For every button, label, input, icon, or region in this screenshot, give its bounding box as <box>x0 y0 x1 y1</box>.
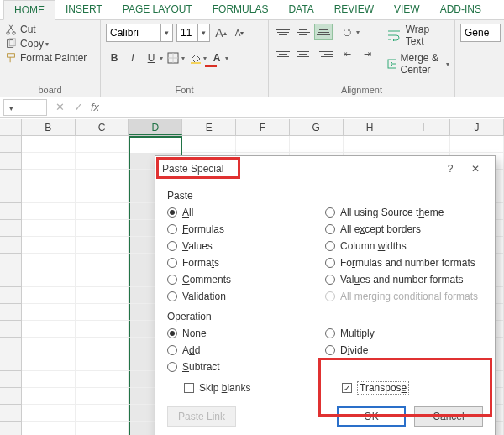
row-header[interactable] <box>0 270 22 287</box>
cell[interactable] <box>344 136 397 153</box>
operation-option-0[interactable]: None <box>167 328 325 339</box>
cell[interactable] <box>22 270 76 287</box>
chevron-down-icon[interactable]: ▾ <box>225 55 228 62</box>
font-name-input[interactable] <box>107 27 160 39</box>
wrap-text-button[interactable]: Wrap Text <box>387 24 449 47</box>
formula-input[interactable] <box>99 101 504 113</box>
paste-option-1[interactable]: All except borders <box>325 223 483 235</box>
number-format-select[interactable] <box>460 24 501 42</box>
bold-button[interactable]: B <box>106 50 123 66</box>
paste-option-2[interactable]: Column widths <box>325 240 483 252</box>
ribbon-tab-formulas[interactable]: FORMULAS <box>202 0 279 19</box>
chevron-down-icon[interactable]: ▾ <box>203 55 207 62</box>
cell[interactable] <box>76 388 129 405</box>
column-header-D[interactable]: D <box>129 119 182 135</box>
ok-button[interactable]: OK <box>337 406 406 427</box>
row-header[interactable] <box>0 220 22 237</box>
row-header[interactable] <box>0 237 22 254</box>
chevron-down-icon[interactable]: ▾ <box>181 55 185 62</box>
column-header-H[interactable]: H <box>344 119 397 135</box>
operation-option-1[interactable]: Divide <box>325 344 483 356</box>
cell[interactable] <box>22 237 76 254</box>
row-header[interactable] <box>0 422 22 435</box>
cell[interactable] <box>76 170 129 186</box>
merge-center-button[interactable]: Merge & Center ▾ <box>387 52 449 76</box>
column-header-I[interactable]: I <box>396 119 450 135</box>
cell[interactable] <box>22 136 76 153</box>
paste-option-0[interactable]: All using Source theme <box>325 207 483 218</box>
cell[interactable] <box>22 170 76 186</box>
row-header[interactable] <box>0 371 22 388</box>
chevron-down-icon[interactable]: ▾ <box>356 29 360 36</box>
dialog-titlebar[interactable]: Paste Special ? ✕ <box>155 156 495 181</box>
cell[interactable] <box>22 186 76 203</box>
paste-option-0[interactable]: All <box>167 207 325 218</box>
cell[interactable] <box>76 422 129 435</box>
cell[interactable] <box>76 321 129 338</box>
cell[interactable] <box>76 203 129 220</box>
ribbon-tab-home[interactable]: HOME <box>3 0 55 20</box>
cell[interactable] <box>76 254 129 270</box>
cell[interactable] <box>290 136 344 153</box>
underline-button[interactable]: U <box>143 50 160 66</box>
column-header-E[interactable]: E <box>182 119 236 135</box>
column-header-F[interactable]: F <box>236 119 290 135</box>
help-button[interactable]: ? <box>438 158 463 180</box>
cell[interactable] <box>22 405 76 422</box>
paste-option-3[interactable]: Formulas and number formats <box>325 257 483 269</box>
row-header[interactable] <box>0 338 22 354</box>
row-header[interactable] <box>0 136 22 153</box>
fill-color-button[interactable] <box>186 50 203 66</box>
cell[interactable] <box>22 287 76 304</box>
cancel-entry-button[interactable]: ✕ <box>50 101 69 113</box>
fx-label[interactable]: fx <box>87 101 99 113</box>
cell[interactable] <box>22 254 76 270</box>
paste-option-2[interactable]: Values <box>167 240 325 252</box>
cell[interactable] <box>182 136 236 153</box>
cell[interactable] <box>76 304 129 321</box>
font-size-input[interactable] <box>177 27 197 39</box>
select-all-triangle[interactable] <box>0 119 22 135</box>
cell[interactable] <box>22 354 76 371</box>
chevron-down-icon[interactable]: ▾ <box>45 40 49 48</box>
copy-button[interactable]: Copy ▾ <box>5 38 95 50</box>
format-painter-button[interactable]: Format Painter <box>5 52 95 64</box>
column-header-G[interactable]: G <box>290 119 344 135</box>
paste-option-1[interactable]: Formulas <box>167 223 325 235</box>
cell[interactable] <box>76 338 129 354</box>
row-header[interactable] <box>0 170 22 186</box>
cell[interactable] <box>22 220 76 237</box>
cell[interactable] <box>76 186 129 203</box>
cell[interactable] <box>22 203 76 220</box>
cell[interactable] <box>22 304 76 321</box>
ribbon-tab-data[interactable]: DATA <box>278 0 323 19</box>
increase-indent-button[interactable]: ⇥ <box>358 45 376 62</box>
cell[interactable] <box>22 422 76 435</box>
number-format-input[interactable] <box>461 27 500 39</box>
align-middle-button[interactable] <box>294 24 312 40</box>
skip-blanks-checkbox[interactable]: Skip blanks <box>184 382 325 394</box>
row-header[interactable] <box>0 254 22 270</box>
orientation-button[interactable]: ⭯ <box>338 24 356 40</box>
chevron-down-icon[interactable]: ▾ <box>160 55 163 62</box>
align-center-button[interactable] <box>294 45 312 62</box>
enter-entry-button[interactable]: ✓ <box>69 101 87 113</box>
row-header[interactable] <box>0 354 22 371</box>
cancel-button[interactable]: Cancel <box>414 406 483 427</box>
paste-option-4[interactable]: Comments <box>167 274 325 286</box>
transpose-checkbox[interactable]: ✓ Transpose <box>342 381 483 395</box>
row-header[interactable] <box>0 287 22 304</box>
paste-option-5[interactable]: Validation <box>167 291 325 302</box>
chevron-down-icon[interactable]: ▾ <box>4 100 16 117</box>
chevron-down-icon[interactable]: ▾ <box>446 60 449 68</box>
name-box[interactable]: ▾ <box>3 99 47 116</box>
ribbon-tab-insert[interactable]: INSERT <box>55 0 113 19</box>
cell[interactable] <box>76 237 129 254</box>
italic-button[interactable]: I <box>124 50 141 66</box>
column-header-C[interactable]: C <box>76 119 129 135</box>
cut-button[interactable]: Cut <box>5 24 95 35</box>
operation-option-2[interactable]: Subtract <box>167 361 325 373</box>
increase-font-button[interactable]: A▴ <box>213 24 228 42</box>
row-header[interactable] <box>0 203 22 220</box>
cell[interactable] <box>22 371 76 388</box>
